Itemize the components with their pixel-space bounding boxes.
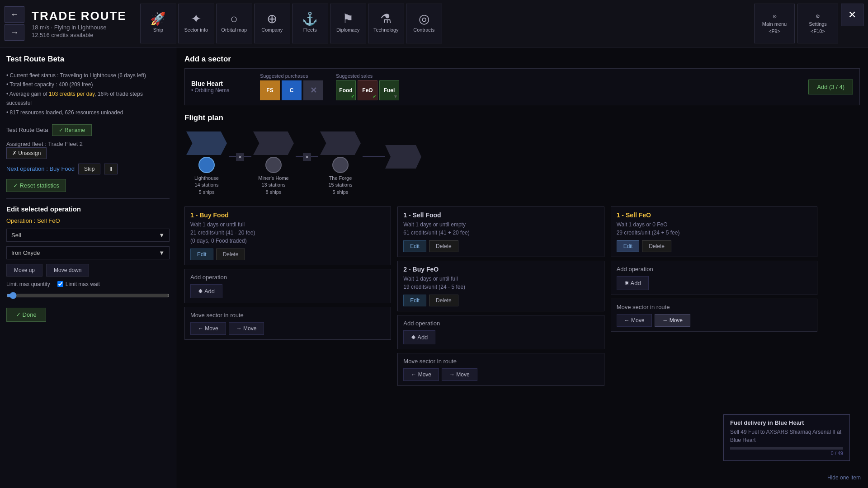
nav-icon-technology[interactable]: ⚗Technology (368, 4, 404, 43)
move-sector-left-the-forge[interactable]: ← Move (617, 314, 652, 327)
add-op-lighthouse: Add operation ✸ Add (184, 269, 391, 303)
buy-chips: FS C ✕ (260, 80, 323, 100)
op-desc-buy-feo: Wait 1 days or until full19 credits/unit… (403, 275, 598, 291)
nav-icon-orbital-map[interactable]: ○Orbital map (216, 4, 252, 43)
hide-one-item[interactable]: Hide one item (827, 474, 861, 481)
limit-row: Limit max quantity Limit max wait (6, 281, 170, 287)
main-menu-shortcut: <F9> (769, 28, 780, 34)
connector-line-1: ✕ (229, 156, 251, 157)
sector-arrow-shape-lighthouse (186, 131, 227, 155)
add-btn-right: Add (3 / 4) (808, 73, 853, 100)
subtitle-line2: 12,516 credits available (32, 32, 127, 38)
nav-icon-ship[interactable]: 🚀Ship (140, 4, 176, 43)
add-op-miners-home-label: Add operation (403, 320, 598, 327)
edit-section-title: Edit selected operation (6, 205, 170, 213)
add-sector-heading: Add a sector (184, 55, 860, 64)
op-title-sell-feo: 1 - Sell FeO (617, 211, 811, 219)
delete-buy-food-button[interactable]: Delete (216, 249, 245, 260)
chip-x: ✕ (303, 80, 323, 100)
connector-2: ✕ (296, 156, 318, 157)
nav-icon-symbol: ✦ (191, 13, 201, 25)
nav-icon-sector-info[interactable]: ✦Sector info (178, 4, 214, 43)
edit-buy-feo-button[interactable]: Edit (403, 295, 426, 306)
suggested-sales-label: Suggested sales (336, 73, 399, 79)
close-button[interactable]: ✕ (841, 4, 863, 26)
settings-button[interactable]: ⚙ Settings <F10> (797, 4, 838, 43)
connector-arrow-end (385, 145, 421, 169)
nav-icon-contracts[interactable]: ◎Contracts (406, 4, 442, 43)
op-title-buy-feo: 2 - Buy FeO (403, 266, 598, 273)
move-sector-left-miners-home[interactable]: ← Move (403, 368, 439, 381)
connector-delete-1[interactable]: ✕ (236, 153, 244, 161)
move-buttons-row: Move up Move down (6, 264, 170, 277)
main-menu-label: Main menu (762, 21, 787, 27)
ops-col-miners-home: 1 - Sell Food Wait 1 days or until empty… (397, 206, 604, 481)
op-desc-buy-food: Wait 1 days or until full21 credits/unit… (190, 221, 385, 245)
nav-icon-company[interactable]: ⊕Company (254, 4, 290, 43)
skip-button[interactable]: Skip (78, 164, 100, 174)
divider-1 (6, 198, 170, 199)
route-title: Test Route Beta (6, 55, 170, 64)
delete-buy-feo-button[interactable]: Delete (429, 295, 458, 306)
status-line2: • Total fleet capacity : 400 (209 free) (6, 80, 170, 89)
subtitle-line1: 18 m/s · Flying in Lighthouse (32, 24, 127, 31)
add-sector-section: Add a sector Blue Heart • Orbiting Nema … (184, 55, 860, 105)
main-menu-button[interactable]: ⊙ Main menu <F9> (754, 4, 795, 43)
nav-icon-diplomacy[interactable]: ⚑Diplomacy (330, 4, 366, 43)
reset-stats-button[interactable]: ✓ Reset statistics (6, 179, 66, 192)
sector-dot-the-forge (332, 157, 349, 173)
add-op-miners-home-button[interactable]: ✸ Add (403, 330, 435, 344)
limit-max-wait-label: Limit max wait (66, 281, 100, 287)
move-down-button[interactable]: Move down (46, 264, 89, 277)
add-sector-row: Blue Heart • Orbiting Nema Suggested pur… (184, 68, 860, 105)
add-op-the-forge-button[interactable]: ✸ Add (617, 276, 649, 290)
nav-icon-symbol: ◎ (419, 13, 429, 25)
move-up-button[interactable]: Move up (6, 264, 42, 277)
limit-max-wait-checkbox[interactable]: Limit max wait (57, 281, 100, 287)
nav-icon-symbol: ⚗ (380, 13, 392, 25)
main-menu-icon: ⊙ (773, 14, 777, 19)
sector-label-the-forge: The Forge15 stations5 ships (328, 175, 352, 196)
back-button[interactable]: ← (5, 6, 24, 23)
pause-button[interactable]: ⏸ (104, 164, 118, 174)
move-sector-left-lighthouse[interactable]: ← Move (190, 322, 226, 335)
delete-sell-feo-button[interactable]: Delete (642, 240, 671, 252)
edit-buy-food-button[interactable]: Edit (190, 249, 213, 260)
rename-row: Test Route Beta ✓ Rename (6, 124, 170, 136)
add-op-lighthouse-button[interactable]: ✸ Add (190, 284, 222, 298)
sector-dot-miners-home (265, 157, 282, 173)
sector-arrow-miners-home (253, 131, 294, 155)
forward-button[interactable]: → (5, 24, 24, 41)
edit-sell-feo-button[interactable]: Edit (617, 240, 640, 252)
op-title-buy-food: 1 - Buy Food (190, 211, 385, 219)
unassign-button[interactable]: ✗ Unassign (6, 147, 47, 159)
connector-end (363, 145, 421, 169)
sector-node-lighthouse: Lighthouse14 stations5 ships (186, 131, 227, 196)
add-sector-button[interactable]: Add (3 / 4) (808, 80, 853, 94)
quantity-slider[interactable] (6, 292, 170, 299)
chip-feo: FeO✓ (358, 80, 377, 100)
rename-button[interactable]: ✓ Rename (52, 124, 92, 136)
connector-delete-2[interactable]: ✕ (303, 153, 311, 161)
edit-sell-food-button[interactable]: Edit (403, 240, 426, 252)
done-button[interactable]: ✓ Done (6, 308, 46, 322)
fleet-label: Assigned fleet : Trade Fleet 2 (6, 141, 83, 147)
sector-name: Blue Heart (191, 80, 255, 87)
move-sector-right-the-forge[interactable]: → Move (655, 314, 690, 327)
nav-icon-fleets[interactable]: ⚓Fleets (292, 4, 328, 43)
page-title: TRADE ROUTE (32, 9, 127, 23)
op-btns-sell-feo: Edit Delete (617, 240, 811, 252)
resource-dropdown[interactable]: Iron Oxyde ▼ (6, 246, 170, 259)
limit-max-wait-input[interactable] (57, 281, 63, 287)
delete-sell-food-button[interactable]: Delete (429, 240, 458, 252)
sell-chips: Food✓ FeO✓ Fuel▼ (336, 80, 399, 100)
sell-dropdown[interactable]: Sell ▼ (6, 229, 170, 242)
move-sector-right-lighthouse[interactable]: → Move (229, 322, 264, 335)
op-card-sell-food: 1 - Sell Food Wait 1 days or until empty… (397, 206, 604, 257)
op-btns-buy-food: Edit Delete (190, 249, 385, 260)
move-sector-the-forge-btns: ← Move → Move (617, 314, 811, 327)
chip-food: Food✓ (336, 80, 356, 100)
sector-node-miners-home: Miner's Home13 stations8 ships (253, 131, 294, 196)
move-sector-right-miners-home[interactable]: → Move (442, 368, 477, 381)
flight-plan-section: Flight plan Lighthouse14 stations5 ships… (184, 113, 860, 200)
